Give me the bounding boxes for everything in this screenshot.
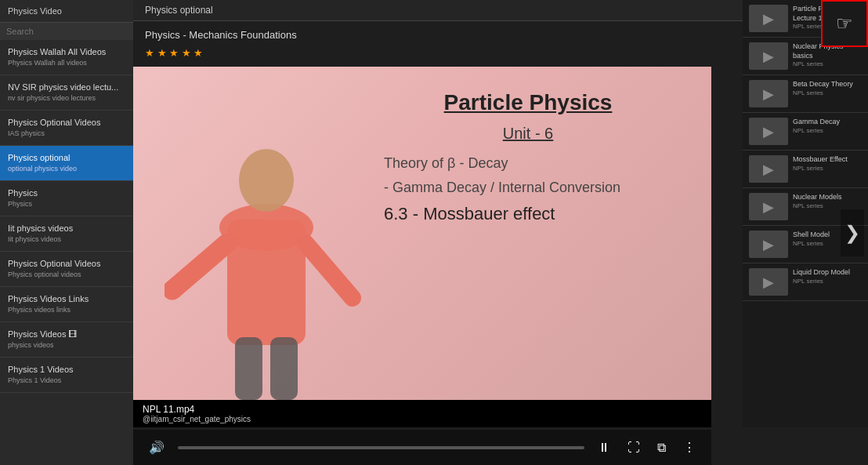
lecture-board: Particle Physics Unit - 6 Theory of β - … <box>368 90 688 232</box>
sidebar-item-title: Physics optional <box>8 152 125 163</box>
video-info-bar: NPL 11.mp4 @iitjam_csir_net_gate_physics <box>133 400 711 427</box>
svg-rect-1 <box>227 220 306 345</box>
playlist-item-title: Beta Decay Theory <box>793 80 862 89</box>
playlist-item-meta: NPL series <box>793 127 862 134</box>
sidebar-item-sub: nv sir physics video lectures <box>8 94 125 104</box>
playlist-thumbnail: ▶ <box>749 42 788 70</box>
video-controls-bar: 🔊 ⏸ ⛶ ⧉ ⋮ <box>133 430 711 465</box>
playlist-item-title: Mossbauer Effect <box>793 155 862 165</box>
sidebar-item-title: Physics Videos 🎞 <box>8 329 125 340</box>
fullscreen-button[interactable]: ⛶ <box>624 439 644 456</box>
volume-button[interactable]: 🔊 <box>145 438 168 456</box>
sidebar-item-sub: Physics videos links <box>8 306 125 315</box>
playlist-thumbnail: ▶ <box>749 118 788 145</box>
sidebar-item-sub: IAS physics <box>8 129 125 139</box>
sidebar-item-sub: optional physics video <box>8 165 125 174</box>
svg-rect-6 <box>270 337 298 400</box>
pip-button[interactable]: ⧉ <box>653 439 670 456</box>
playlist-item[interactable]: ▶ Gamma Decay NPL series <box>743 113 868 151</box>
sidebar-item-sub: Physics Wallah all videos <box>8 59 125 68</box>
playlist-item-info: Gamma Decay NPL series <box>793 118 862 145</box>
lecturer-figure <box>165 102 384 400</box>
sidebar-item-title: Physics <box>8 187 125 198</box>
cursor-indicator-box: ☞ <box>821 0 868 47</box>
sidebar-item-physics[interactable]: Physics Physics <box>0 181 133 216</box>
sidebar: Physics Video Physics Wallah All Videos … <box>0 0 133 465</box>
video-channel: @iitjam_csir_net_gate_physics <box>143 415 702 423</box>
sidebar-header: Physics Video <box>0 0 133 23</box>
sidebar-item-physics-links[interactable]: Physics Videos Links Physics videos link… <box>0 287 133 322</box>
progress-bar[interactable] <box>178 446 584 449</box>
sidebar-item-title: Iit physics videos <box>8 223 125 234</box>
playlist-thumbnail: ▶ <box>749 155 788 183</box>
playlist-item-meta: NPL series <box>793 165 862 172</box>
sidebar-item-physics-wallah[interactable]: Physics Wallah All Videos Physics Wallah… <box>0 40 133 75</box>
sidebar-item-physics-optional-3[interactable]: Physics Optional Videos Physics optional… <box>0 252 133 287</box>
sidebar-item-physics-videos[interactable]: Physics Videos 🎞 physics videos <box>0 322 133 358</box>
playlist-item-title: Liquid Drop Model <box>793 268 862 278</box>
sidebar-item-physics-optional-1[interactable]: Physics Optional Videos IAS physics <box>0 111 133 146</box>
chevron-right-icon: ❯ <box>844 222 860 244</box>
next-arrow-button[interactable]: ❯ <box>841 209 864 256</box>
sidebar-item-title: Physics Videos Links <box>8 293 125 304</box>
sidebar-item-title: Physics Optional Videos <box>8 117 125 128</box>
sidebar-item-physics-1[interactable]: Physics 1 Videos Physics 1 Videos <box>0 358 133 393</box>
sidebar-item-sub: Iit physics videos <box>8 235 125 245</box>
playlist-thumbnail: ▶ <box>749 5 788 32</box>
sidebar-item-iit-physics[interactable]: Iit physics videos Iit physics videos <box>0 216 133 252</box>
playlist-thumbnail: ▶ <box>749 80 788 107</box>
playlist-title: Physics optional <box>145 5 213 16</box>
board-line-3: 6.3 - Mossbauer effect <box>368 204 688 224</box>
sidebar-item-nv-sir[interactable]: NV SIR physics video lectu... nv sir phy… <box>0 75 133 111</box>
playlist-thumbnail: ▶ <box>749 231 788 258</box>
sidebar-item-physics-optional-active[interactable]: Physics optional optional physics video <box>0 146 133 181</box>
sidebar-item-sub: Physics optional videos <box>8 271 125 280</box>
play-pause-button[interactable]: ⏸ <box>594 439 614 456</box>
board-title: Particle Physics <box>368 90 688 115</box>
playlist-item-title: Nuclear Models <box>793 193 862 202</box>
playlist-thumbnail: ▶ <box>749 268 788 296</box>
svg-line-3 <box>172 243 227 290</box>
sidebar-item-title: Physics Wallah All Videos <box>8 46 125 57</box>
sidebar-item-sub: physics videos <box>8 341 125 351</box>
playlist-item-info: Mossbauer Effect NPL series <box>793 155 862 183</box>
playlist-item[interactable]: ▶ Mossbauer Effect NPL series <box>743 151 868 188</box>
more-options-button[interactable]: ⋮ <box>679 438 700 456</box>
board-line-1: Theory of β - Decay <box>368 155 688 172</box>
playlist-thumbnail: ▶ <box>749 193 788 220</box>
sidebar-item-title: NV SIR physics video lectu... <box>8 82 125 93</box>
svg-line-4 <box>306 243 353 298</box>
sidebar-item-sub: Physics <box>8 200 125 209</box>
hand-cursor-icon: ☞ <box>836 13 853 35</box>
playlist-item-info: Beta Decay Theory NPL series <box>793 80 862 107</box>
playlist-item-meta: NPL series <box>793 89 862 96</box>
svg-rect-5 <box>235 337 262 400</box>
video-container: Particle Physics Unit - 6 Theory of β - … <box>133 67 711 400</box>
playlist-item-meta: NPL series <box>793 278 862 285</box>
playlist-item-meta: NPL series <box>793 60 862 67</box>
playlist-item[interactable]: ▶ Beta Decay Theory NPL series <box>743 75 868 113</box>
playlist-item[interactable]: ▶ Liquid Drop Model NPL series <box>743 263 868 301</box>
playlist-item-meta: NPL series <box>793 202 862 209</box>
sidebar-item-title: Physics 1 Videos <box>8 364 125 375</box>
sidebar-search-input[interactable] <box>0 23 133 40</box>
sidebar-item-sub: Physics 1 Videos <box>8 376 125 386</box>
video-filename: NPL 11.mp4 <box>143 404 702 415</box>
video-player: Particle Physics Unit - 6 Theory of β - … <box>133 67 711 427</box>
svg-point-2 <box>239 149 294 212</box>
sidebar-item-title: Physics Optional Videos <box>8 258 125 269</box>
playlist-item-title: Gamma Decay <box>793 118 862 127</box>
playlist-item-info: Liquid Drop Model NPL series <box>793 268 862 296</box>
board-line-2: - Gamma Decay / Internal Conversion <box>368 180 688 196</box>
board-unit: Unit - 6 <box>368 125 688 143</box>
